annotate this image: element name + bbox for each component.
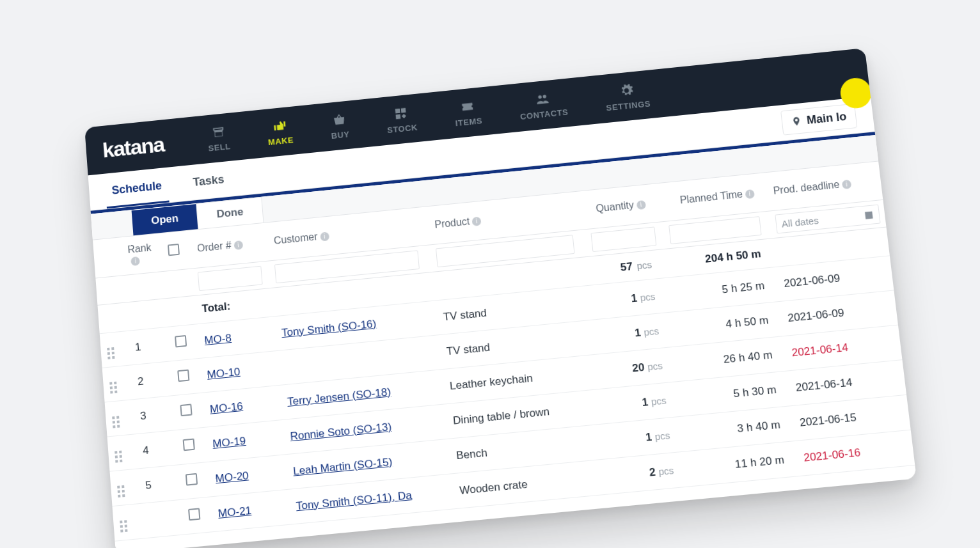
row-checkbox[interactable] — [175, 334, 187, 347]
drag-handle-icon[interactable] — [107, 347, 115, 359]
brand-logo: katana — [102, 132, 165, 162]
location-label: Main lo — [806, 109, 847, 127]
tab-schedule[interactable]: Schedule — [104, 167, 170, 208]
drag-handle-icon[interactable] — [109, 381, 117, 393]
order-link[interactable]: MO-10 — [207, 365, 241, 380]
nav-label: MAKE — [268, 135, 294, 147]
row-checkbox[interactable] — [188, 508, 200, 521]
cell-rank: 2 — [130, 361, 173, 399]
people-icon — [533, 91, 551, 106]
nav-items[interactable]: ITEMS — [437, 94, 500, 132]
tab-open[interactable]: Open — [132, 204, 198, 235]
gear-icon — [618, 82, 636, 98]
cell-rank: 4 — [135, 430, 178, 468]
col-order[interactable]: Order #i — [189, 223, 269, 268]
customer-link[interactable]: Leah Martin (SO-15) — [292, 455, 393, 477]
customer-link[interactable]: Terry Jensen (SO-18) — [287, 385, 391, 407]
customer-link[interactable]: Tony Smith (SO-16) — [281, 317, 377, 338]
filter-quantity[interactable] — [590, 226, 656, 252]
select-all-checkbox[interactable] — [168, 243, 180, 255]
row-checkbox[interactable] — [180, 403, 192, 416]
storefront-icon — [210, 124, 227, 139]
nav-label: ITEMS — [455, 116, 483, 128]
calendar-icon — [864, 209, 874, 219]
boxes-icon — [392, 106, 410, 121]
nav-contacts[interactable]: CONTACTS — [502, 85, 585, 125]
drag-handle-icon[interactable] — [115, 450, 122, 462]
nav-sell[interactable]: SELL — [190, 120, 248, 157]
order-link[interactable]: MO-16 — [209, 400, 243, 415]
thumbs-icon — [271, 118, 288, 133]
nav-stock[interactable]: STOCK — [368, 100, 434, 139]
order-link[interactable]: MO-19 — [212, 434, 246, 450]
info-icon: i — [636, 200, 645, 209]
row-checkbox[interactable] — [177, 369, 189, 382]
customer-link[interactable]: Tony Smith (SO-11), Da — [296, 489, 413, 512]
ticket-icon — [459, 98, 477, 114]
tab-tasks[interactable]: Tasks — [186, 160, 232, 200]
drag-handle-icon[interactable] — [117, 485, 125, 497]
order-link[interactable]: MO-21 — [217, 504, 251, 519]
basket-icon — [330, 112, 347, 127]
app-window: katana SELL MAKE BUY STOCK ITEMS — [84, 48, 917, 548]
info-icon: i — [471, 216, 481, 226]
nav-label: CONTACTS — [519, 107, 569, 121]
row-checkbox[interactable] — [186, 473, 198, 485]
drag-handle-icon[interactable] — [120, 520, 127, 532]
nav-label: SETTINGS — [606, 98, 651, 113]
nav-make[interactable]: MAKE — [250, 113, 311, 151]
info-icon: i — [842, 179, 852, 189]
customer-link[interactable]: Ronnie Soto (SO-13) — [290, 420, 392, 442]
info-icon: i — [233, 240, 243, 249]
cell-rank — [141, 499, 184, 538]
nav-label: SELL — [208, 141, 231, 153]
order-link[interactable]: MO-8 — [204, 331, 232, 346]
nav-label: BUY — [331, 129, 350, 140]
nav-settings[interactable]: SETTINGS — [587, 77, 668, 116]
filter-time[interactable] — [668, 216, 762, 244]
location-picker[interactable]: Main lo — [780, 103, 857, 135]
drag-handle-icon[interactable] — [112, 416, 120, 428]
info-icon: i — [320, 231, 329, 241]
col-rank[interactable]: Ranki — [120, 233, 163, 276]
filter-order[interactable] — [198, 265, 262, 290]
nav-label: STOCK — [387, 122, 418, 134]
row-checkbox[interactable] — [182, 438, 194, 451]
info-icon: i — [745, 189, 755, 198]
pin-icon — [791, 115, 802, 127]
cell-rank: 3 — [132, 395, 175, 434]
info-icon: i — [130, 256, 140, 265]
nav-buy[interactable]: BUY — [313, 107, 367, 145]
order-link[interactable]: MO-20 — [215, 469, 249, 484]
cell-rank: 5 — [138, 464, 180, 503]
cell-rank: 1 — [127, 327, 170, 365]
cell-qty: 2 pcs — [608, 451, 691, 494]
